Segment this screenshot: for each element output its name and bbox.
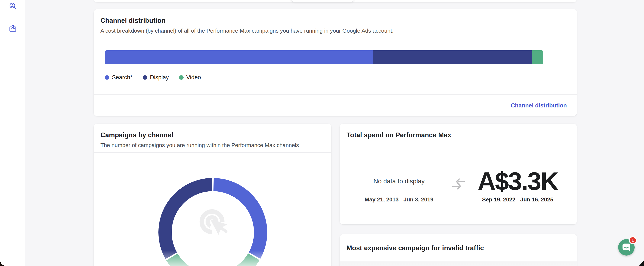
sidebar [0,0,26,266]
chart-legend: Search*DisplayVideo [105,74,577,81]
chat-launcher-button[interactable]: 1 [618,239,634,256]
bar-segment-display [373,50,532,64]
bar-segment-search [105,50,373,64]
most-expensive-campaign-card: Most expensive campaign for invalid traf… [340,234,577,266]
user-search-icon[interactable] [9,2,17,10]
legend-label: Display [150,74,169,81]
card-header: Channel distribution A cost breakdown (b… [94,9,577,38]
legend-dot [143,75,147,80]
card-title: Most expensive campaign for invalid traf… [346,244,570,252]
card-title: Total spend on Performance Max [346,131,570,139]
card-subtitle: A cost breakdown (by channel) of all of … [100,27,570,34]
legend-item-video: Video [179,74,201,81]
total-spend-card: Total spend on Performance Max No data t… [340,124,577,225]
screen: Channel distribution A cost breakdown (b… [0,0,644,266]
card-footer: Channel distribution [94,95,577,116]
legend-dot [179,75,184,80]
card-header: Campaigns by channel The number of campa… [94,124,332,153]
channel-distribution-card: Channel distribution A cost breakdown (b… [94,9,577,116]
channel-distribution-link[interactable]: Channel distribution [511,102,567,109]
no-data-text: No data to display [374,178,424,185]
ad-click-logo-icon [196,207,230,241]
previous-date-range: May 21, 2013 - Jun 3, 2019 [365,196,433,203]
card-title: Channel distribution [100,16,570,25]
mouse-cursor [639,261,644,266]
main-content: Channel distribution A cost breakdown (b… [26,0,644,266]
bar-segment-video [532,50,543,64]
notification-badge: 1 [629,236,637,244]
card-header: Total spend on Performance Max [340,124,577,145]
legend-item-search: Search* [105,74,132,81]
compare-arrows-icon [452,177,466,191]
total-spend-value: A$3.3K [478,167,558,196]
comparison-previous-period: No data to display May 21, 2013 - Jun 3,… [340,152,458,225]
channel-stacked-bar [105,50,543,64]
card-header: Most expensive campaign for invalid traf… [340,234,577,261]
legend-label: Search* [112,74,132,81]
app-window: Channel distribution A cost breakdown (b… [0,0,644,266]
current-date-range: Sep 19, 2022 - Jun 16, 2025 [482,196,553,203]
spend-comparison: No data to display May 21, 2013 - Jun 3,… [340,152,577,225]
legend-label: Video [186,74,201,81]
table-header-band [340,261,577,266]
card-subtitle: The number of campaigns you are running … [100,142,324,148]
previous-card-bottom-edge [94,0,577,2]
legend-item-display: Display [143,74,169,81]
legend-dot [105,75,109,80]
card-title: Campaigns by channel [100,131,324,139]
campaigns-by-channel-card: Campaigns by channel The number of campa… [94,124,332,266]
comparison-current-period: A$3.3K Sep 19, 2022 - Jun 16, 2025 [458,152,577,225]
clipped-pill-button[interactable] [290,0,355,2]
id-badge-icon[interactable] [9,25,17,32]
chat-bubble-icon [622,243,631,252]
